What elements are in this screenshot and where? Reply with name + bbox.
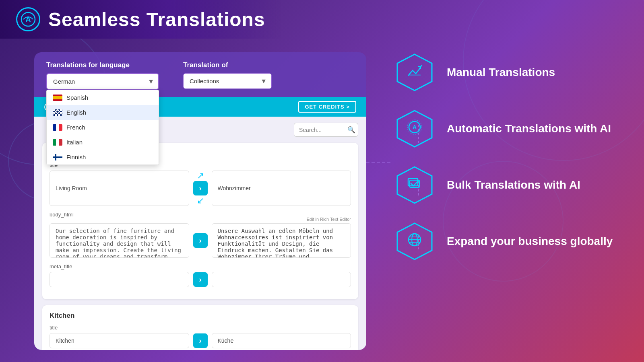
body-html-field-row: Our selection of fine furniture and home… [50, 223, 351, 258]
title-field-row: ↗ › ↙ [50, 171, 351, 206]
body-translate-button[interactable]: › [193, 233, 208, 248]
edit-rich-text-label: Edit in Rich Text Editor [50, 217, 351, 222]
feature-auto-ai: A Automatic Translations with AI [394, 109, 620, 149]
language-selector-section: Translations for language German Spanish… [46, 61, 159, 90]
dropdown-item-italian[interactable]: Italian [47, 135, 159, 150]
language-option-finnish: Finnish [66, 154, 86, 160]
kitchen-title-label: title [50, 325, 351, 331]
meta-title-label: meta_title [50, 263, 351, 269]
svg-rect-3 [409, 74, 421, 76]
auto-ai-icon: A [406, 118, 423, 140]
global-label: Expand your business globally [447, 234, 613, 248]
features-panel: Manual Translations A Automatic Translat… [394, 52, 620, 261]
kitchen-title-source[interactable] [50, 333, 189, 348]
language-select[interactable]: German Spanish English French Italian Fi… [46, 73, 159, 90]
get-credits-button[interactable]: GET CREDITS > [298, 101, 356, 113]
dropdown-item-english[interactable]: English [47, 105, 159, 120]
auto-ai-label: Automatic Translations with AI [447, 122, 611, 136]
search-input[interactable] [299, 127, 347, 133]
kitchen-title: Kitchen [50, 312, 351, 320]
panel-header: Translations for language German Spanish… [34, 52, 366, 97]
bulk-ai-icon [406, 175, 423, 196]
language-label: Translations for language [46, 61, 159, 69]
language-option-english: English [66, 109, 86, 116]
auto-ai-hex-icon: A [394, 109, 435, 149]
meta-title-field-row: › [50, 272, 351, 287]
flag-finnish [53, 154, 62, 160]
app-title: Seamless Translations [48, 8, 265, 31]
main-panel: Translations for language German Spanish… [34, 52, 366, 350]
svg-text:A: A [413, 124, 417, 130]
body-translate-area: › [189, 223, 212, 258]
meta-translate-area: › [189, 272, 212, 287]
dropdown-item-finnish[interactable]: Finnish [47, 150, 159, 165]
language-select-wrap: German Spanish English French Italian Fi… [46, 73, 159, 90]
arrow-up-icon: ↗ [197, 171, 204, 181]
body-target-textarea[interactable]: Unsere Auswahl an edlen Möbeln und Wohna… [212, 223, 351, 258]
kitchen-block: Kitchen title › body_html Edit in Rich T… [42, 305, 358, 350]
translation-of-label: Translation of [183, 61, 272, 69]
global-hex-icon [394, 221, 435, 261]
kitchen-title-target[interactable] [212, 333, 351, 348]
feature-manual: Manual Translations [394, 52, 620, 93]
title-target-input[interactable] [212, 171, 351, 206]
logo-icon: A [16, 7, 40, 31]
feature-bulk-ai: Bulk Translations with AI [394, 165, 620, 205]
dropdown-item-spanish[interactable]: Spanish [47, 90, 159, 105]
flag-spanish [53, 95, 62, 101]
header: A Seamless Translations [0, 0, 281, 39]
search-icon: 🔍 [347, 126, 355, 134]
feature-global: Expand your business globally [394, 221, 620, 261]
flag-italian [53, 139, 62, 146]
global-icon [406, 231, 423, 252]
title-source-input[interactable] [50, 171, 189, 206]
language-dropdown[interactable]: Spanish English French Italian [46, 90, 159, 165]
manual-hex-icon [394, 52, 435, 93]
meta-title-source-input[interactable] [50, 272, 189, 287]
kitchen-translate-area: › [189, 333, 212, 348]
meta-title-target-input[interactable] [212, 272, 351, 287]
translation-of-section: Translation of Collections Products Page… [183, 61, 272, 89]
body-source-textarea[interactable]: Our selection of fine furniture and home… [50, 223, 189, 258]
meta-translate-button[interactable]: › [193, 272, 208, 287]
dropdown-item-french[interactable]: French [47, 120, 159, 135]
language-option-french: French [66, 124, 85, 131]
title-translate-area: ↗ › ↙ [189, 171, 212, 206]
arrow-down-icon: ↙ [197, 195, 204, 206]
language-option-spanish: Spanish [66, 94, 88, 101]
kitchen-title-field-row: › [50, 333, 351, 348]
living-room-block: Living Room title ↗ › ↙ body_html Edit i… [42, 143, 358, 299]
flag-french [53, 124, 62, 131]
bulk-ai-label: Bulk Translations with AI [447, 178, 580, 192]
language-option-italian: Italian [66, 139, 83, 146]
flag-english [53, 109, 62, 116]
manual-icon [406, 62, 423, 83]
search-box[interactable]: 🔍 [294, 123, 358, 137]
bulk-ai-hex-icon [394, 165, 435, 205]
title-translate-button[interactable]: › [193, 181, 208, 195]
manual-label: Manual Translations [447, 66, 555, 79]
collection-select[interactable]: Collections Products Pages [183, 73, 272, 89]
kitchen-title-translate-button[interactable]: › [193, 333, 208, 348]
